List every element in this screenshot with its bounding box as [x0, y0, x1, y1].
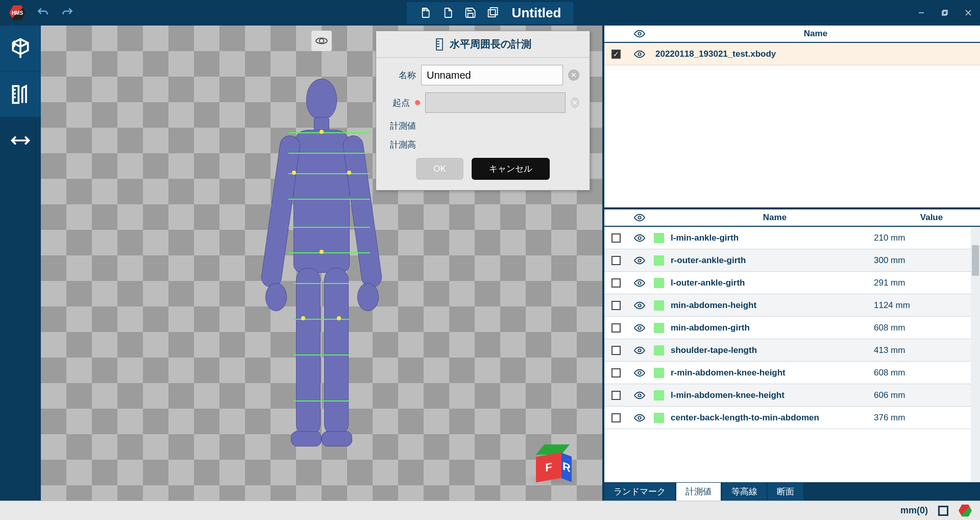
- svg-point-30: [638, 416, 641, 419]
- color-swatch[interactable]: [654, 368, 664, 378]
- visibility-toggle[interactable]: [628, 300, 651, 311]
- measure-row[interactable]: r-outer-ankle-girth300 mm: [604, 249, 971, 272]
- label-measure-value: 計測値: [386, 120, 416, 132]
- measure-checkbox[interactable]: [611, 301, 621, 310]
- dialog-title: 水平周囲長の計測: [376, 31, 590, 58]
- tool-compare[interactable]: [0, 117, 41, 163]
- color-swatch[interactable]: [654, 300, 664, 311]
- visibility-toggle[interactable]: [628, 49, 651, 60]
- svg-rect-4: [942, 11, 946, 15]
- save-icon[interactable]: [464, 6, 477, 19]
- measure-name: r-min-abdomen-knee-height: [667, 368, 874, 378]
- viewport-3d[interactable]: F R 水平周囲長の計測 名称 ✕ 起点 ✕: [41, 26, 602, 501]
- label-origin: 起点: [386, 97, 410, 109]
- measure-value: 413 mm: [874, 345, 971, 356]
- svg-point-23: [638, 259, 641, 262]
- tab-contour[interactable]: 等高線: [722, 483, 767, 501]
- measure-checkbox[interactable]: [611, 368, 621, 377]
- measure-header-value: Value: [883, 212, 980, 223]
- titlebar: HMS Untitled: [0, 0, 980, 26]
- file-checkbox[interactable]: [611, 50, 621, 59]
- input-name[interactable]: [421, 65, 563, 85]
- ok-button[interactable]: OK: [416, 158, 463, 180]
- new-file-icon[interactable]: [419, 6, 432, 19]
- svg-point-27: [638, 349, 641, 352]
- redo-button[interactable]: [60, 6, 75, 20]
- visibility-toggle[interactable]: [628, 367, 651, 379]
- tab-measure[interactable]: 計測値: [676, 482, 721, 501]
- files-panel: Name 20220118_193021_test.xbody: [604, 26, 980, 209]
- status-hex-icon[interactable]: [959, 504, 972, 517]
- color-swatch[interactable]: [654, 255, 664, 266]
- measure-checkbox[interactable]: [611, 233, 621, 243]
- status-square-icon[interactable]: [938, 506, 948, 516]
- measure-checkbox[interactable]: [611, 346, 621, 355]
- color-swatch[interactable]: [654, 323, 664, 333]
- measure-name: l-min-abdomen-knee-height: [667, 390, 874, 400]
- visibility-toggle[interactable]: [628, 412, 651, 423]
- undo-button[interactable]: [36, 6, 50, 20]
- measure-value: 291 mm: [874, 278, 971, 288]
- measure-row[interactable]: center-back-length-to-min-abdomen376 mm: [604, 407, 971, 429]
- color-swatch[interactable]: [654, 233, 664, 243]
- window-minimize-button[interactable]: [910, 5, 933, 21]
- scrollbar[interactable]: ▲ ▼: [971, 227, 980, 501]
- file-name: 20220118_193021_test.xbody: [651, 49, 980, 59]
- measure-checkbox[interactable]: [611, 323, 621, 333]
- viewport-orbit-icon[interactable]: [311, 31, 332, 51]
- measure-value: 300 mm: [874, 255, 971, 266]
- measure-row[interactable]: l-outer-ankle-girth291 mm: [604, 272, 971, 294]
- nav-cube[interactable]: F R: [536, 444, 572, 480]
- measure-row[interactable]: min-abdomen-height1124 mm: [604, 294, 971, 317]
- cancel-button[interactable]: キャンセル: [472, 158, 550, 180]
- visibility-toggle[interactable]: [628, 277, 651, 289]
- measure-checkbox[interactable]: [611, 391, 621, 400]
- tool-model[interactable]: [0, 26, 41, 72]
- tab-section[interactable]: 断面: [768, 483, 803, 501]
- visibility-toggle[interactable]: [628, 322, 651, 334]
- save-as-icon[interactable]: [486, 6, 500, 19]
- measure-value: 210 mm: [874, 233, 971, 243]
- color-swatch[interactable]: [654, 278, 664, 288]
- visibility-toggle[interactable]: [628, 232, 651, 244]
- files-header: Name: [604, 26, 980, 43]
- measure-name: r-outer-ankle-girth: [667, 255, 874, 266]
- clear-name-button[interactable]: ✕: [568, 69, 579, 81]
- measure-tabs: ランドマーク 計測値 等高線 断面: [604, 482, 980, 501]
- measure-row[interactable]: l-min-ankle-girth210 mm: [604, 227, 971, 249]
- tab-landmark[interactable]: ランドマーク: [604, 483, 675, 501]
- measure-row[interactable]: shoulder-tape-length413 mm: [604, 339, 971, 362]
- status-unit[interactable]: mm(0): [900, 505, 928, 516]
- color-swatch[interactable]: [654, 390, 664, 400]
- svg-rect-1: [488, 10, 496, 17]
- tool-rail: [0, 26, 41, 501]
- open-file-icon[interactable]: [442, 6, 455, 19]
- titlebar-center: Untitled: [407, 2, 574, 24]
- dialog-title-text: 水平周囲長の計測: [450, 37, 531, 51]
- measure-row[interactable]: l-min-abdomen-knee-height606 mm: [604, 384, 971, 407]
- measure-checkbox[interactable]: [611, 256, 621, 265]
- window-maximize-button[interactable]: [933, 5, 957, 21]
- measure-row[interactable]: min-abdomen-girth608 mm: [604, 317, 971, 339]
- svg-point-29: [638, 394, 641, 397]
- clear-origin-button[interactable]: ✕: [571, 97, 579, 108]
- color-swatch[interactable]: [654, 345, 664, 356]
- visibility-toggle[interactable]: [628, 345, 651, 356]
- input-origin[interactable]: [425, 92, 566, 113]
- color-swatch[interactable]: [654, 413, 664, 423]
- measure-checkbox[interactable]: [611, 413, 621, 422]
- visibility-toggle[interactable]: [628, 255, 651, 266]
- measure-row[interactable]: r-min-abdomen-knee-height608 mm: [604, 362, 971, 384]
- visibility-toggle[interactable]: [628, 390, 651, 401]
- tool-measure[interactable]: [0, 72, 41, 117]
- svg-point-25: [638, 304, 641, 307]
- eye-icon: [634, 28, 645, 39]
- measure-value: 608 mm: [874, 323, 971, 333]
- window-close-button[interactable]: [957, 5, 980, 21]
- file-row[interactable]: 20220118_193021_test.xbody: [604, 43, 980, 65]
- measure-checkbox[interactable]: [611, 278, 621, 288]
- scrollbar-thumb[interactable]: [972, 245, 979, 276]
- measure-name: min-abdomen-height: [667, 300, 874, 311]
- svg-point-13: [320, 39, 324, 43]
- svg-rect-5: [943, 10, 947, 14]
